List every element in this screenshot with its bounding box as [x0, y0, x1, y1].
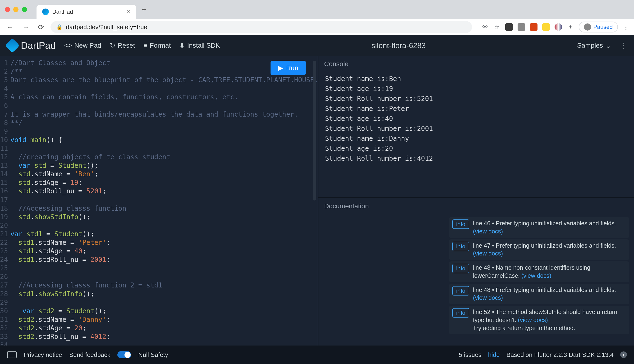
- avatar-icon: [584, 24, 591, 30]
- url-field[interactable]: 🔒 dartpad.dev/?null_safety=true: [51, 21, 472, 33]
- address-bar: ← → ⟳ 🔒 dartpad.dev/?null_safety=true 👁 …: [0, 19, 634, 35]
- project-name: silent-flora-6283: [229, 41, 568, 50]
- logo[interactable]: DartPad: [7, 40, 56, 51]
- close-window-button[interactable]: [5, 7, 10, 12]
- extension-icon[interactable]: [530, 23, 537, 31]
- tab-title: DartPad: [52, 8, 73, 15]
- code-content[interactable]: //Dart Classes and Object/**Dart classes…: [11, 59, 318, 346]
- view-docs-link[interactable]: (view docs): [521, 272, 551, 279]
- logo-text: DartPad: [21, 40, 56, 51]
- editor-scrollbar[interactable]: [313, 61, 316, 200]
- download-icon: ⬇: [179, 42, 185, 50]
- info-icon[interactable]: i: [620, 352, 627, 358]
- close-tab-button[interactable]: ×: [127, 8, 130, 16]
- extension-icon[interactable]: [554, 23, 562, 31]
- issue-badge: info: [452, 220, 469, 229]
- issue-row[interactable]: info line 46 • Prefer typing uninitializ…: [449, 217, 629, 238]
- format-icon: ≡: [144, 42, 147, 49]
- documentation-title: Documentation: [318, 198, 634, 214]
- issue-row[interactable]: info line 48 • Prefer typing uninitializ…: [449, 284, 629, 304]
- maximize-window-button[interactable]: [22, 7, 27, 12]
- null-safety-label: Null Safety: [138, 351, 168, 358]
- right-panel: Console Student name is:Ben Student age …: [318, 56, 634, 346]
- extension-icon[interactable]: [542, 23, 550, 31]
- forward-button[interactable]: →: [21, 23, 31, 31]
- view-docs-link[interactable]: (view docs): [473, 250, 503, 257]
- new-pad-button[interactable]: <> New Pad: [64, 42, 101, 49]
- issue-text: line 52 • The method showStdInfo should …: [473, 308, 626, 332]
- view-docs-link[interactable]: (view docs): [473, 228, 503, 234]
- dartpad-favicon-icon: [42, 8, 49, 15]
- browser-menu-button[interactable]: ⋮: [622, 23, 629, 31]
- extensions-icon[interactable]: ✦: [567, 24, 574, 30]
- console-title: Console: [318, 56, 634, 72]
- editor-panel: ▶ Run 1234567891011121314151617181920212…: [0, 56, 318, 346]
- privacy-link[interactable]: Privacy notice: [24, 351, 62, 358]
- issue-badge: info: [452, 308, 469, 318]
- eye-off-icon[interactable]: 👁: [481, 24, 489, 30]
- run-button[interactable]: ▶ Run: [271, 61, 306, 75]
- console-output: Student name is:Ben Student age is:19 St…: [318, 72, 634, 166]
- more-menu-button[interactable]: ⋮: [619, 41, 627, 50]
- line-gutter: 1234567891011121314151617181920212223242…: [0, 59, 11, 346]
- feedback-link[interactable]: Send feedback: [69, 351, 110, 358]
- minimize-window-button[interactable]: [13, 7, 19, 12]
- chevron-down-icon: ⌄: [605, 42, 611, 50]
- play-icon: ▶: [278, 64, 283, 72]
- app-header: DartPad <> New Pad ↻ Reset ≡ Format ⬇ In…: [0, 35, 634, 56]
- code-editor[interactable]: 1234567891011121314151617181920212223242…: [0, 56, 318, 346]
- lock-icon: 🔒: [56, 24, 63, 30]
- issue-count: 5 issues: [459, 351, 481, 358]
- url-text: dartpad.dev/?null_safety=true: [66, 24, 147, 31]
- profile-paused-chip[interactable]: Paused: [579, 22, 618, 32]
- main-content: ▶ Run 1234567891011121314151617181920212…: [0, 56, 634, 346]
- reset-button[interactable]: ↻ Reset: [110, 42, 135, 50]
- issue-row[interactable]: info line 47 • Prefer typing uninitializ…: [449, 239, 629, 260]
- browser-tab[interactable]: DartPad ×: [37, 5, 136, 19]
- dart-logo-icon: [5, 38, 20, 53]
- code-icon: <>: [64, 42, 72, 49]
- samples-dropdown[interactable]: Samples ⌄: [577, 42, 611, 50]
- issue-text: line 47 • Prefer typing uninitialized va…: [473, 242, 626, 258]
- extension-icon[interactable]: [518, 23, 525, 31]
- console-panel: Console Student name is:Ben Student age …: [318, 56, 634, 198]
- window-controls: [5, 7, 27, 12]
- issue-badge: info: [452, 264, 469, 273]
- paused-label: Paused: [593, 24, 613, 30]
- issues-list: info line 46 • Prefer typing uninitializ…: [449, 217, 629, 334]
- back-button[interactable]: ←: [5, 23, 16, 31]
- keyboard-icon[interactable]: [7, 352, 17, 358]
- view-docs-link[interactable]: (view docs): [518, 316, 548, 323]
- reload-button[interactable]: ⟳: [36, 23, 46, 31]
- issue-badge: info: [452, 286, 469, 296]
- issue-badge: info: [452, 242, 469, 251]
- view-docs-link[interactable]: (view docs): [473, 294, 503, 301]
- issue-text: line 48 • Name non-constant identifiers …: [473, 264, 626, 280]
- issue-row[interactable]: info line 52 • The method showStdInfo sh…: [449, 306, 629, 334]
- extension-icon[interactable]: [505, 23, 513, 31]
- issue-text: line 46 • Prefer typing uninitialized va…: [473, 220, 626, 236]
- sdk-version: Based on Flutter 2.2.3 Dart SDK 2.13.4: [506, 351, 613, 358]
- star-icon[interactable]: ☆: [493, 24, 500, 30]
- refresh-icon: ↻: [110, 42, 115, 50]
- browser-tab-bar: DartPad × +: [0, 0, 634, 19]
- documentation-panel: Documentation info line 46 • Prefer typi…: [318, 198, 634, 346]
- issue-row[interactable]: info line 48 • Name non-constant identif…: [449, 262, 629, 282]
- format-button[interactable]: ≡ Format: [144, 42, 171, 49]
- install-sdk-button[interactable]: ⬇ Install SDK: [179, 42, 220, 50]
- null-safety-toggle[interactable]: [117, 351, 131, 358]
- toolbar-icons: 👁 ☆ ✦ Paused ⋮: [481, 22, 629, 32]
- footer: Privacy notice Send feedback Null Safety…: [0, 346, 634, 364]
- new-tab-button[interactable]: +: [142, 5, 146, 14]
- issue-text: line 48 • Prefer typing uninitialized va…: [473, 286, 626, 302]
- hide-issues-link[interactable]: hide: [488, 351, 499, 358]
